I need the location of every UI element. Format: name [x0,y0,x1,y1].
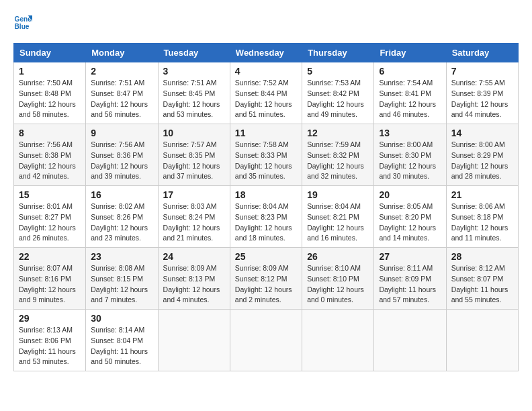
day-info: Sunrise: 7:51 AM Sunset: 8:45 PM Dayligh… [163,78,225,120]
calendar-cell: 19Sunrise: 8:04 AM Sunset: 8:21 PM Dayli… [302,186,374,248]
calendar-table: SundayMondayTuesdayWednesdayThursdayFrid… [13,43,519,371]
day-number: 1 [19,66,81,77]
day-info: Sunrise: 8:10 AM Sunset: 8:10 PM Dayligh… [307,263,369,306]
day-info: Sunrise: 8:09 AM Sunset: 8:12 PM Dayligh… [235,263,297,306]
day-info: Sunrise: 8:00 AM Sunset: 8:29 PM Dayligh… [451,140,513,182]
day-number: 3 [163,66,225,77]
day-info: Sunrise: 7:54 AM Sunset: 8:41 PM Dayligh… [379,78,441,120]
day-info: Sunrise: 7:50 AM Sunset: 8:48 PM Dayligh… [19,78,81,120]
calendar-cell: 2Sunrise: 7:51 AM Sunset: 8:47 PM Daylig… [86,62,158,124]
calendar-cell: 24Sunrise: 8:09 AM Sunset: 8:13 PM Dayli… [158,248,230,310]
calendar-cell [302,310,374,371]
day-number: 11 [235,128,297,138]
calendar-cell: 8Sunrise: 7:56 AM Sunset: 8:38 PM Daylig… [14,124,86,186]
day-info: Sunrise: 8:05 AM Sunset: 8:20 PM Dayligh… [379,201,441,244]
calendar-cell: 22Sunrise: 8:07 AM Sunset: 8:16 PM Dayli… [14,248,86,310]
calendar-cell: 29Sunrise: 8:13 AM Sunset: 8:06 PM Dayli… [14,310,86,371]
day-number: 28 [451,251,513,262]
calendar-week-1: 1Sunrise: 7:50 AM Sunset: 8:48 PM Daylig… [14,62,519,124]
calendar-cell [230,310,302,371]
calendar-week-4: 22Sunrise: 8:07 AM Sunset: 8:16 PM Dayli… [14,248,519,310]
day-number: 4 [235,66,297,77]
day-number: 18 [235,189,297,200]
calendar-cell: 1Sunrise: 7:50 AM Sunset: 8:48 PM Daylig… [14,62,86,124]
logo-icon: General Blue [13,13,32,32]
calendar-cell: 4Sunrise: 7:52 AM Sunset: 8:44 PM Daylig… [230,62,302,124]
day-info: Sunrise: 7:59 AM Sunset: 8:32 PM Dayligh… [307,140,369,182]
day-info: Sunrise: 8:04 AM Sunset: 8:23 PM Dayligh… [235,201,297,244]
calendar-cell: 5Sunrise: 7:53 AM Sunset: 8:42 PM Daylig… [302,62,374,124]
day-number: 16 [91,189,152,200]
weekday-header-sunday: Sunday [14,44,86,62]
day-number: 30 [91,313,152,324]
calendar-cell [446,310,518,371]
calendar-cell: 27Sunrise: 8:11 AM Sunset: 8:09 PM Dayli… [374,248,446,310]
calendar-cell: 7Sunrise: 7:55 AM Sunset: 8:39 PM Daylig… [446,62,518,124]
calendar-cell [374,310,446,371]
day-number: 24 [163,251,225,262]
page-header: General Blue [13,13,519,32]
day-info: Sunrise: 8:06 AM Sunset: 8:18 PM Dayligh… [451,201,513,244]
calendar-cell: 25Sunrise: 8:09 AM Sunset: 8:12 PM Dayli… [230,248,302,310]
day-info: Sunrise: 8:03 AM Sunset: 8:24 PM Dayligh… [163,201,225,244]
day-number: 23 [91,251,152,262]
calendar-cell: 15Sunrise: 8:01 AM Sunset: 8:27 PM Dayli… [14,186,86,248]
calendar-cell: 21Sunrise: 8:06 AM Sunset: 8:18 PM Dayli… [446,186,518,248]
day-number: 12 [307,128,369,138]
day-info: Sunrise: 7:55 AM Sunset: 8:39 PM Dayligh… [451,78,513,120]
day-number: 13 [379,128,441,138]
calendar-cell: 26Sunrise: 8:10 AM Sunset: 8:10 PM Dayli… [302,248,374,310]
day-number: 5 [307,66,369,77]
day-info: Sunrise: 8:12 AM Sunset: 8:07 PM Dayligh… [451,263,513,306]
day-number: 2 [91,66,152,77]
calendar-week-3: 15Sunrise: 8:01 AM Sunset: 8:27 PM Dayli… [14,186,519,248]
calendar-cell: 18Sunrise: 8:04 AM Sunset: 8:23 PM Dayli… [230,186,302,248]
calendar-cell: 13Sunrise: 8:00 AM Sunset: 8:30 PM Dayli… [374,124,446,186]
day-number: 15 [19,189,81,200]
day-info: Sunrise: 7:57 AM Sunset: 8:35 PM Dayligh… [163,140,225,182]
weekday-header-tuesday: Tuesday [158,44,230,62]
calendar-week-5: 29Sunrise: 8:13 AM Sunset: 8:06 PM Dayli… [14,310,519,371]
day-info: Sunrise: 8:08 AM Sunset: 8:15 PM Dayligh… [91,263,152,306]
calendar-cell: 20Sunrise: 8:05 AM Sunset: 8:20 PM Dayli… [374,186,446,248]
day-info: Sunrise: 8:09 AM Sunset: 8:13 PM Dayligh… [163,263,225,306]
day-info: Sunrise: 8:13 AM Sunset: 8:06 PM Dayligh… [19,325,81,367]
day-number: 19 [307,189,369,200]
day-info: Sunrise: 7:52 AM Sunset: 8:44 PM Dayligh… [235,78,297,120]
day-number: 22 [19,251,81,262]
day-info: Sunrise: 7:53 AM Sunset: 8:42 PM Dayligh… [307,78,369,120]
day-number: 8 [19,128,81,138]
calendar-cell: 28Sunrise: 8:12 AM Sunset: 8:07 PM Dayli… [446,248,518,310]
day-info: Sunrise: 7:51 AM Sunset: 8:47 PM Dayligh… [91,78,152,120]
day-number: 20 [379,189,441,200]
calendar-cell: 16Sunrise: 8:02 AM Sunset: 8:26 PM Dayli… [86,186,158,248]
calendar-header: SundayMondayTuesdayWednesdayThursdayFrid… [14,44,519,62]
svg-text:Blue: Blue [15,23,30,30]
weekday-header-friday: Friday [374,44,446,62]
weekday-header-wednesday: Wednesday [230,44,302,62]
calendar-cell: 23Sunrise: 8:08 AM Sunset: 8:15 PM Dayli… [86,248,158,310]
weekday-header-thursday: Thursday [302,44,374,62]
calendar-cell: 11Sunrise: 7:58 AM Sunset: 8:33 PM Dayli… [230,124,302,186]
day-info: Sunrise: 8:00 AM Sunset: 8:30 PM Dayligh… [379,140,441,182]
calendar-cell: 30Sunrise: 8:14 AM Sunset: 8:04 PM Dayli… [86,310,158,371]
calendar-cell: 3Sunrise: 7:51 AM Sunset: 8:45 PM Daylig… [158,62,230,124]
day-info: Sunrise: 7:56 AM Sunset: 8:36 PM Dayligh… [91,140,152,182]
day-info: Sunrise: 8:04 AM Sunset: 8:21 PM Dayligh… [307,201,369,244]
day-info: Sunrise: 8:01 AM Sunset: 8:27 PM Dayligh… [19,201,81,244]
day-info: Sunrise: 8:02 AM Sunset: 8:26 PM Dayligh… [91,201,152,244]
calendar-cell: 14Sunrise: 8:00 AM Sunset: 8:29 PM Dayli… [446,124,518,186]
day-number: 14 [451,128,513,138]
day-number: 21 [451,189,513,200]
day-number: 29 [19,313,81,324]
day-number: 17 [163,189,225,200]
day-info: Sunrise: 8:11 AM Sunset: 8:09 PM Dayligh… [379,263,441,306]
calendar-week-2: 8Sunrise: 7:56 AM Sunset: 8:38 PM Daylig… [14,124,519,186]
logo: General Blue [13,13,35,32]
calendar-cell [158,310,230,371]
calendar-cell: 12Sunrise: 7:59 AM Sunset: 8:32 PM Dayli… [302,124,374,186]
calendar-cell: 6Sunrise: 7:54 AM Sunset: 8:41 PM Daylig… [374,62,446,124]
weekday-header-saturday: Saturday [446,44,518,62]
day-info: Sunrise: 7:56 AM Sunset: 8:38 PM Dayligh… [19,140,81,182]
day-number: 6 [379,66,441,77]
